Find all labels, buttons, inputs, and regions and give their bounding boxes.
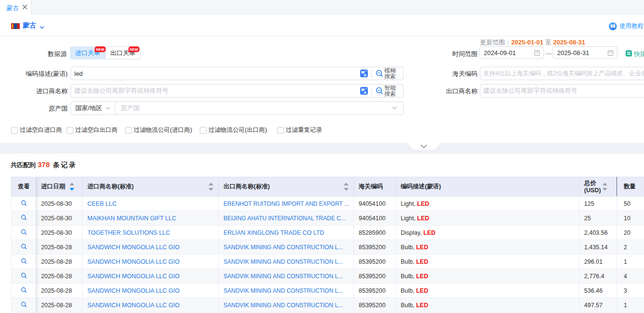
svg-text:A: A bbox=[364, 73, 366, 77]
svg-text:A: A bbox=[364, 90, 366, 95]
